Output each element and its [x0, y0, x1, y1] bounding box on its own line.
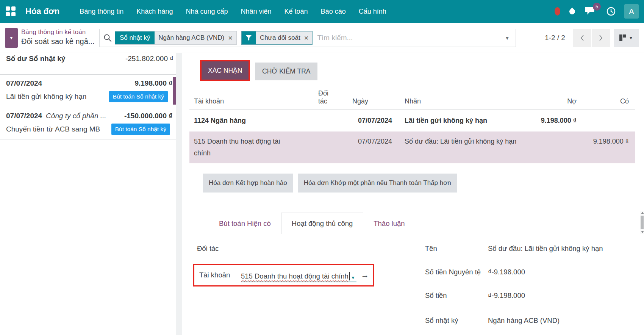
validate-button[interactable]: XÁC NHẬN [200, 60, 250, 81]
statement-line-item[interactable]: 07/07/2024 9.198.000 ₫ Lãi tiền gửi khôn… [0, 75, 176, 107]
cell-account: 515 Doanh thu hoạt động tài chính [194, 136, 293, 159]
control-bar: ▼ Bảng thông tin kế toán Đối soát sao kê… [0, 23, 644, 53]
journal-label: Sổ nhật ký [425, 316, 488, 325]
remove-facet-icon[interactable]: × [228, 34, 233, 42]
amount-field-row: Số tiền ₫-9.198.000 [425, 291, 525, 300]
scrollbar-thumb[interactable] [641, 216, 644, 229]
name-field-value[interactable]: Số dư đầu: Lãi tiền gửi không kỳ hạn [488, 244, 633, 253]
line-partner: Công ty cổ phần ... [46, 112, 120, 120]
amount-currency-label: Số tiền Nguyên tệ [425, 268, 488, 276]
cell-label: Số dư đầu: Lãi tiền gửi không kỳ hạn [405, 136, 516, 147]
account-field-value: 515 Doanh thu hoạt động tài chính [241, 272, 349, 280]
amount-currency-value[interactable]: ₫-9.198.000 [488, 268, 525, 276]
pager-next-button[interactable] [592, 29, 610, 47]
tab-manual-operations[interactable]: Hoạt động thủ công [281, 213, 364, 234]
caret-down-icon: ▼ [9, 35, 14, 41]
cell-credit: 9.198.000 ₫ [580, 136, 635, 147]
table-row[interactable]: 1124 Ngân hàng 07/07/2024 Lãi tiền gửi k… [189, 110, 635, 131]
partner-field-label: Đối tác [197, 244, 219, 253]
table-row-highlighted[interactable]: 515 Doanh thu hoạt động tài chính 07/07/… [189, 131, 635, 163]
facet-category-label: Sổ nhật ký [115, 31, 155, 44]
table-header-row: Tài khoản Đối tác Ngày Nhãn Nợ Có [189, 81, 635, 110]
search-bar[interactable]: Sổ nhật ký Ngân hàng ACB (VND) × Chưa đố… [99, 29, 516, 47]
pager-range: 1-2 / 2 [536, 29, 574, 47]
filter-funnel-icon [242, 31, 256, 44]
facet-value: Chưa đối soát [260, 34, 300, 42]
perfect-match-button[interactable]: Hóa đơn Kết hợp hoàn hảo [203, 174, 293, 193]
search-facet-journal: Sổ nhật ký Ngân hàng ACB (VND) × [115, 31, 237, 45]
account-field-label: Tài khoản [199, 271, 234, 279]
breadcrumb-menu-button[interactable]: ▼ [5, 28, 18, 48]
app-title[interactable]: Hóa đơn [25, 6, 59, 16]
chevron-right-icon [598, 33, 604, 42]
chat-count-badge: 5 [593, 3, 601, 11]
caret-down-icon[interactable]: ▼ [350, 275, 356, 280]
search-input[interactable] [317, 34, 499, 42]
caret-down-icon: ▼ [629, 35, 633, 41]
name-field-row: Tên Số dư đầu: Lãi tiền gửi không kỳ hạn [425, 244, 633, 253]
column-header-debit: Nợ [530, 97, 580, 109]
line-date: 07/07/2024 [6, 112, 42, 120]
panel-divider [176, 53, 182, 335]
internal-link-arrow-icon[interactable]: → [361, 271, 369, 280]
reconciliation-panel: XÁC NHẬN CHỜ KIỂM TRA Tài khoản Đối tác … [182, 53, 644, 335]
matching-rules-row: Hóa đơn Kết hợp hoàn hảo Hóa đơn Khớp mộ… [203, 174, 457, 193]
nav-item-vendors[interactable]: Nhà cung cấp [179, 0, 234, 23]
partial-match-button[interactable]: Hóa đơn Khớp một phần nếu Thanh toán Thấ… [298, 174, 457, 193]
nav-item-dashboard[interactable]: Bảng thông tin [73, 0, 130, 23]
scroll-up-arrow-icon[interactable] [641, 212, 644, 214]
scroll-down-arrow-icon[interactable] [641, 231, 644, 233]
breadcrumb-current: Đối soát sao kê ngâ... [21, 37, 94, 46]
amount-value[interactable]: ₫-9.198.000 [488, 291, 525, 300]
partner-field-row: Đối tác [197, 244, 219, 253]
line-amount: 9.198.000 ₫ [134, 79, 172, 88]
facet-value: Ngân hàng ACB (VND) [158, 34, 224, 42]
nav-item-reports[interactable]: Báo cáo [314, 0, 352, 23]
amount-label: Số tiền [425, 291, 488, 300]
line-label: Lãi tiền gửi không kỳ hạn [6, 92, 86, 101]
journal-entry-badge[interactable]: Bút toán Sổ nhật ký [111, 124, 170, 135]
statement-line-item[interactable]: 07/07/2024 Công ty cổ phần ... -150.000.… [0, 107, 176, 140]
remove-facet-icon[interactable]: × [304, 34, 309, 42]
cell-label: Lãi tiền gửi không kỳ hạn [394, 117, 530, 125]
to-check-button[interactable]: CHỜ KIỂM TRA [255, 63, 317, 80]
journal-entry-badge[interactable]: Bút toán Sổ nhật ký [109, 91, 168, 102]
balance-value: -251.802.000 ₫ [125, 55, 174, 63]
nav-item-accounting[interactable]: Kế toán [278, 0, 314, 23]
view-switcher-button[interactable]: ▼ [614, 29, 639, 47]
balance-label: Số dư Sổ nhật ký [6, 55, 65, 63]
droplet-icon[interactable] [568, 7, 576, 15]
line-date: 07/07/2024 [6, 79, 42, 88]
caret-down-icon: ▼ [505, 35, 510, 41]
nav-item-settings[interactable]: Cấu hình [352, 0, 393, 23]
amount-currency-field-row: Số tiền Nguyên tệ ₫-9.198.000 [425, 268, 525, 276]
tab-discuss[interactable]: Thảo luận [363, 213, 415, 234]
journal-value[interactable]: Ngân hàng ACB (VND) [488, 316, 560, 325]
apps-grid-icon[interactable] [6, 6, 16, 16]
user-avatar[interactable]: A [624, 4, 639, 19]
cell-date: 07/07/2024 [337, 136, 394, 147]
column-header-label: Nhãn [394, 97, 530, 109]
cell-account: 1124 Ngân hàng [189, 117, 318, 125]
journal-balance-row: Số dư Sổ nhật ký -251.802.000 ₫ [0, 53, 176, 75]
search-facet-filter: Chưa đối soát × [241, 31, 313, 45]
pager-previous-button[interactable] [573, 29, 591, 47]
search-icon [103, 34, 112, 42]
mini-scrollbar[interactable] [640, 211, 644, 234]
navbar-right: 5 A [555, 4, 639, 19]
account-field-input[interactable]: 515 Doanh thu hoạt động tài chính ▼ [241, 268, 356, 282]
tab-existing-entries[interactable]: Bút toán Hiện có [209, 213, 281, 234]
cell-debit: 9.198.000 ₫ [530, 117, 580, 125]
notebook-tabs: Bút toán Hiện có Hoạt động thủ công Thảo… [209, 213, 415, 234]
statement-lines-panel: Số dư Sổ nhật ký -251.802.000 ₫ 07/07/20… [0, 53, 176, 335]
messages-icon[interactable]: 5 [585, 6, 596, 17]
chevron-left-icon [579, 33, 585, 42]
column-header-account: Tài khoản [189, 97, 318, 109]
search-dropdown-toggle[interactable]: ▼ [499, 29, 516, 47]
journal-field-row: Sổ nhật ký Ngân hàng ACB (VND) [425, 316, 560, 325]
account-field-row-highlighted: Tài khoản 515 Doanh thu hoạt động tài ch… [193, 264, 374, 286]
activities-clock-icon[interactable] [606, 6, 616, 16]
breadcrumb-parent-link[interactable]: Bảng thông tin kế toán [21, 28, 86, 36]
nav-item-employees[interactable]: Nhân viên [234, 0, 278, 23]
nav-item-customers[interactable]: Khách hàng [130, 0, 179, 23]
